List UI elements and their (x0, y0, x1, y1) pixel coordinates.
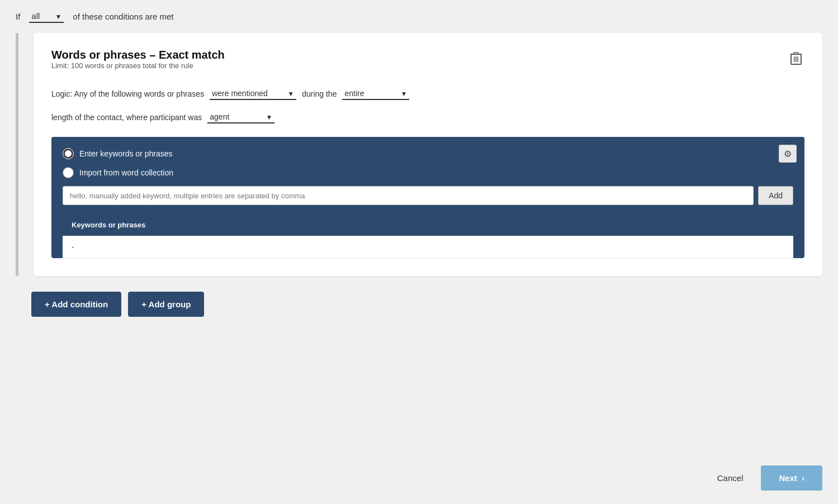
delete-button[interactable] (788, 49, 804, 70)
top-bar: If all any none ▼ of these conditions ar… (0, 0, 838, 33)
keywords-table: Keywords or phrases - (63, 214, 793, 258)
radio-import-input[interactable] (63, 167, 74, 178)
agent-select-wrapper[interactable]: agent customer both ▼ (207, 111, 274, 123)
entire-select-wrapper[interactable]: entire first 30s last 30s ▼ (342, 88, 409, 100)
radio-keywords-option[interactable]: Enter keywords or phrases (63, 148, 793, 159)
footer: Cancel Next › (0, 457, 838, 504)
next-arrow-icon: › (802, 473, 804, 483)
condition-text: of these conditions are met (73, 12, 173, 21)
main-content: Words or phrases – Exact match Limit: 10… (0, 33, 838, 457)
table-cell-empty: - (63, 236, 670, 258)
participant-row: length of the contact, where participant… (51, 111, 804, 123)
card-title-block: Words or phrases – Exact match Limit: 10… (51, 49, 225, 83)
add-group-button[interactable]: + Add group (128, 292, 204, 317)
cancel-button[interactable]: Cancel (708, 467, 752, 489)
side-indicator (16, 33, 18, 276)
bottom-actions: + Add condition + Add group (16, 276, 822, 332)
agent-select[interactable]: agent customer both (207, 111, 274, 123)
table-row: - (63, 236, 793, 258)
next-label: Next (779, 473, 797, 483)
logic-row: Logic: Any of the following words or phr… (51, 88, 804, 100)
card-subtitle: Limit: 100 words or phrases total for th… (51, 61, 225, 70)
table-cell-actions (670, 236, 793, 258)
radio-keywords-label: Enter keywords or phrases (79, 149, 173, 158)
all-select-wrapper[interactable]: all any none ▼ (29, 10, 64, 23)
participant-prefix: length of the contact, where participant… (51, 113, 202, 122)
keywords-panel: ⚙ Enter keywords or phrases Import from … (51, 137, 804, 258)
next-button[interactable]: Next › (761, 465, 822, 491)
card-wrapper: Words or phrases – Exact match Limit: 10… (16, 33, 822, 276)
condition-card: Words or phrases – Exact match Limit: 10… (34, 33, 822, 276)
keyword-input-row: Add (63, 186, 793, 214)
add-keyword-button[interactable]: Add (758, 186, 793, 205)
all-select[interactable]: all any none (29, 10, 64, 23)
gear-icon: ⚙ (784, 149, 792, 159)
mentioned-select[interactable]: were mentioned were not mentioned (210, 88, 296, 100)
if-label: If (16, 12, 20, 21)
entire-select[interactable]: entire first 30s last 30s (342, 88, 409, 100)
keyword-input[interactable] (63, 186, 754, 205)
radio-keywords-input[interactable] (63, 148, 74, 159)
mentioned-select-wrapper[interactable]: were mentioned were not mentioned ▼ (210, 88, 296, 100)
during-label: during the (302, 89, 337, 98)
card-title: Words or phrases – Exact match (51, 49, 225, 61)
table-header-keywords: Keywords or phrases (63, 214, 670, 236)
logic-prefix: Logic: Any of the following words or phr… (51, 89, 204, 98)
add-condition-button[interactable]: + Add condition (31, 292, 121, 317)
card-header: Words or phrases – Exact match Limit: 10… (51, 49, 804, 83)
radio-import-option[interactable]: Import from word collection (63, 167, 793, 178)
table-header-actions (670, 214, 793, 236)
radio-import-label: Import from word collection (79, 168, 173, 177)
gear-button[interactable]: ⚙ (779, 145, 797, 163)
